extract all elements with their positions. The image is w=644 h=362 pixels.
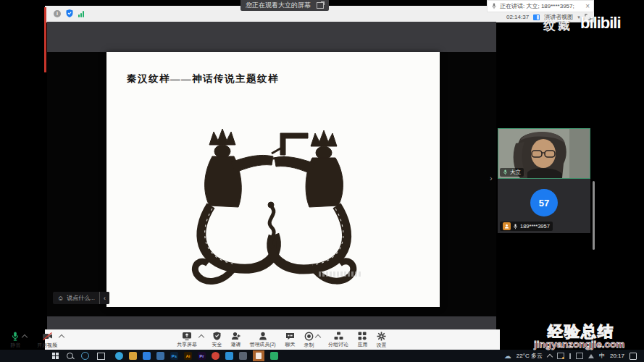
tray-network-icon[interactable] — [588, 354, 594, 358]
record-button[interactable]: 录制 — [303, 332, 314, 349]
app-icon-green[interactable] — [270, 352, 278, 360]
start-button[interactable] — [52, 353, 59, 359]
audio-participant-tile[interactable]: 57 189****3957 — [498, 179, 590, 233]
video-options-chevron[interactable] — [59, 334, 64, 340]
settings-button[interactable]: 设置 — [375, 332, 387, 349]
mute-options-chevron[interactable] — [22, 334, 28, 340]
participant-name-text: 189****3957 — [520, 223, 550, 230]
presenter-app-top-band — [47, 22, 496, 52]
invite-person-icon — [231, 332, 241, 340]
manage-members-button[interactable]: 管理成员(2) — [248, 332, 277, 348]
app-icon-blue-2[interactable] — [225, 352, 233, 360]
slide-title: 秦汉纹样——神话传说主题纹样 — [127, 72, 279, 85]
illustrator-icon[interactable]: Ai — [184, 352, 192, 360]
breakout-rooms-button[interactable]: 分组讨论 — [327, 332, 349, 348]
notification-center-icon[interactable] — [630, 353, 637, 360]
fuxi-nuwa-pattern-image — [172, 125, 375, 295]
popout-icon[interactable] — [317, 2, 324, 9]
share-screen-icon — [182, 332, 192, 340]
windows-taskbar: Ps Ai Pr ☁ 22°C 多云 中 20:17 — [0, 350, 644, 362]
mic-icon — [491, 3, 497, 9]
bilibili-logo: bilibili — [580, 14, 621, 33]
taskbar-app-icons: Ps Ai Pr — [115, 350, 278, 361]
weather-text[interactable]: 22°C 多云 — [517, 352, 543, 360]
premiere-icon[interactable]: Pr — [198, 352, 206, 360]
weather-cloud-icon: ☁ — [504, 352, 511, 360]
camera-off-icon — [42, 332, 53, 341]
presenter-app-bottom-band — [47, 316, 496, 330]
close-icon[interactable]: × — [585, 3, 590, 10]
invite-button[interactable]: 邀请 — [230, 332, 241, 348]
site-watermark-url: jingyanzongjie.com — [534, 339, 624, 350]
security-button[interactable]: 安全 — [211, 332, 222, 348]
chat-quick-input[interactable]: ☺ 说点什么... ‹ — [53, 292, 109, 304]
start-video-button[interactable]: 开启视频 — [36, 332, 58, 349]
shield-icon — [213, 332, 221, 340]
emoji-icon[interactable]: ☺ — [53, 295, 67, 302]
taskbar-clock[interactable]: 20:17 — [610, 353, 624, 359]
app-icon-red[interactable] — [212, 352, 219, 360]
mic-icon — [11, 332, 20, 341]
artwork-caption-smudge — [319, 272, 361, 277]
panel-collapse-icon[interactable]: › — [490, 174, 493, 182]
screen: i 您正在观看大立的屏幕 正在讲话: 大立; 189****3957; × 02… — [0, 0, 644, 362]
taskbar-tray: ☁ 22°C 多云 中 20:17 — [504, 352, 644, 360]
channel-watermark: 纹藏 — [543, 17, 572, 34]
apps-grid-icon — [358, 332, 367, 340]
chat-collapse-icon[interactable]: ‹ — [99, 292, 109, 304]
active-app-icon[interactable] — [253, 350, 264, 361]
members-icon — [259, 332, 267, 340]
layout-icon — [533, 14, 540, 20]
toolbar-left-group: 静音 开启视频 — [9, 332, 64, 349]
record-options-chevron[interactable] — [315, 334, 321, 340]
share-options-chevron[interactable] — [198, 334, 204, 340]
gear-icon — [377, 332, 386, 341]
tray-folder-icon[interactable] — [576, 353, 583, 359]
breakout-icon — [334, 332, 343, 340]
tray-display-icon[interactable] — [557, 353, 564, 359]
participant-avatar-icon — [503, 222, 511, 230]
tray-expand-chevron[interactable] — [547, 353, 553, 359]
app-icon-blue[interactable] — [156, 352, 164, 360]
presentation-slide: 秦汉纹样——神话传说主题纹样 — [106, 52, 440, 307]
share-screen-button[interactable]: 共享屏幕 — [176, 332, 198, 348]
task-view-icon[interactable] — [97, 353, 105, 360]
taskbar-system-icons — [52, 352, 105, 360]
watching-banner: 您正在观看大立的屏幕 — [241, 0, 329, 11]
meeting-app-icon[interactable] — [143, 352, 151, 360]
cortana-icon[interactable] — [81, 352, 89, 360]
chat-bubble-icon — [285, 332, 295, 340]
search-icon[interactable] — [67, 353, 73, 359]
speaking-notice: 正在讲话: 大立; 189****3957; × — [487, 0, 594, 12]
topbar-status-icons: i — [54, 9, 84, 17]
tray-pen-icon[interactable] — [569, 353, 571, 359]
security-shield-icon[interactable] — [66, 9, 73, 17]
meeting-duration: 02:14:37 — [506, 14, 529, 20]
edge-icon[interactable] — [115, 352, 123, 360]
record-icon — [304, 332, 314, 341]
photoshop-icon[interactable]: Ps — [170, 352, 178, 360]
mic-icon — [513, 224, 518, 230]
app-icon-gray[interactable] — [239, 352, 247, 360]
apps-button[interactable]: 应用 — [356, 332, 368, 348]
ime-indicator[interactable]: 中 — [599, 352, 605, 360]
speaking-notice-text: 正在讲话: 大立; 189****3957; — [500, 2, 574, 10]
network-signal-icon — [78, 10, 84, 17]
file-explorer-icon[interactable] — [129, 352, 137, 360]
chat-placeholder[interactable]: 说点什么... — [67, 294, 99, 302]
mute-button[interactable]: 静音 — [9, 332, 21, 349]
screen-edge-red-strip — [44, 7, 46, 72]
watching-banner-text: 您正在观看大立的屏幕 — [246, 1, 311, 10]
mic-icon — [503, 169, 508, 175]
speaker-video-tile[interactable]: 大立 — [498, 128, 590, 179]
toolbar-right-group: 共享屏幕 安全 邀请 管理成员(2) — [176, 332, 387, 349]
chat-button[interactable]: 聊天 — [284, 332, 296, 348]
participant-avatar-number: 57 — [530, 189, 558, 216]
speaker-name-text: 大立 — [510, 169, 521, 176]
speaker-name-label: 大立 — [500, 168, 524, 177]
panel-scrollbar[interactable] — [593, 181, 595, 250]
participant-name-label: 189****3957 — [500, 222, 553, 231]
meeting-info-icon[interactable]: i — [54, 10, 61, 17]
